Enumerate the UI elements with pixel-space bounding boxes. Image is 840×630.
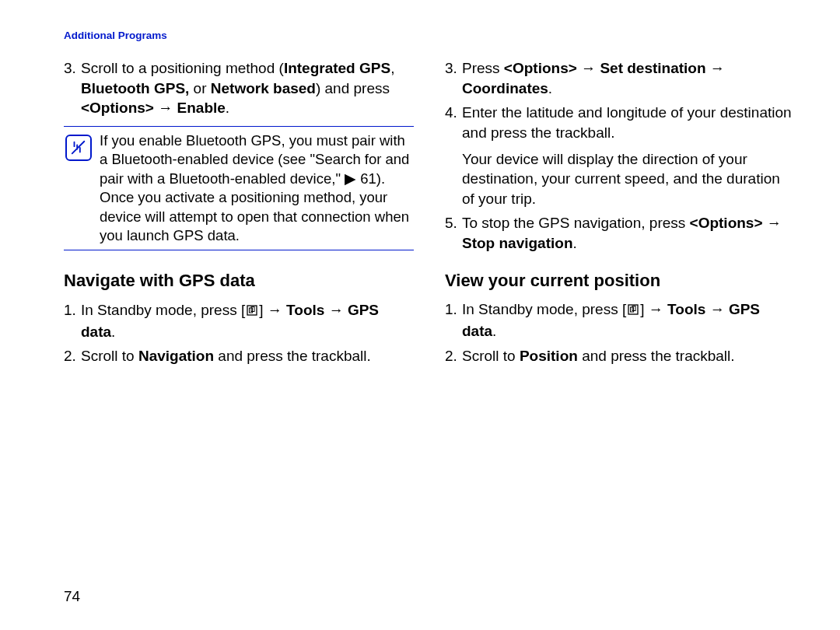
text: ]: [640, 301, 649, 317]
text: ]: [259, 302, 268, 318]
text: Your device will display the direction o…: [462, 149, 795, 209]
step-number: 2.: [445, 346, 462, 366]
bold-enable: Enable: [177, 100, 226, 116]
text: .: [548, 80, 552, 96]
content-columns: 3. Scroll to a positioning method (Integ…: [64, 58, 795, 371]
heading-view-position: View your current position: [445, 269, 795, 292]
bold-tools: Tools: [286, 302, 324, 318]
note-text: If you enable Bluetooth GPS, you must pa…: [100, 131, 412, 245]
text: →: [154, 100, 177, 116]
menu-key-icon: [246, 302, 258, 322]
text: .: [111, 324, 115, 340]
step-number: 4.: [445, 103, 462, 208]
bold-tools: Tools: [667, 301, 705, 317]
page-number: 74: [64, 588, 80, 605]
arrow-icon: →: [767, 215, 782, 231]
step-number: 3.: [445, 58, 462, 98]
step-body: To stop the GPS navigation, press <Optio…: [462, 213, 795, 253]
text: and press the trackball.: [214, 348, 371, 364]
bold-options: <Options>: [81, 100, 154, 116]
step-number: 5.: [445, 213, 462, 253]
nav-step-2: 2. Scroll to Navigation and press the tr…: [64, 346, 414, 366]
right-column: 3. Press <Options> → Set destination → C…: [445, 58, 795, 371]
bold-options: <Options>: [690, 215, 763, 231]
step-body: Scroll to a positioning method (Integrat…: [81, 58, 414, 118]
right-step-4: 4. Enter the latitude and longitude of y…: [445, 103, 795, 208]
arrow-icon: →: [329, 302, 344, 318]
view-step-2: 2. Scroll to Position and press the trac…: [445, 346, 795, 366]
arrow-icon: →: [268, 302, 282, 318]
arrow-icon: →: [649, 301, 663, 317]
menu-key-icon: [627, 301, 639, 321]
step-number: 1.: [64, 300, 81, 341]
text: Scroll to: [81, 348, 138, 364]
text: ,: [390, 60, 394, 76]
text: Press: [462, 60, 504, 76]
triangle-icon: ▶: [345, 170, 356, 187]
step-body: Scroll to Position and press the trackba…: [462, 346, 735, 366]
text: Enter the latitude and longitude of your…: [462, 103, 795, 142]
bold-bluetooth-gps: Bluetooth GPS,: [81, 80, 189, 96]
step-body: Enter the latitude and longitude of your…: [462, 103, 795, 208]
bold-navigation: Navigation: [138, 348, 214, 364]
right-step-5: 5. To stop the GPS navigation, press <Op…: [445, 213, 795, 253]
step-number: 1.: [445, 299, 462, 341]
text: Scroll to: [462, 348, 520, 364]
text: .: [492, 323, 496, 339]
step-body: In Standby mode, press [] → Tools → GPS …: [81, 300, 414, 341]
bold-stop-navigation: Stop navigation: [462, 235, 573, 251]
bold-coordinates: Coordinates: [462, 80, 548, 96]
left-step-3: 3. Scroll to a positioning method (Integ…: [64, 58, 414, 118]
arrow-icon: →: [581, 60, 596, 76]
step-body: Press <Options> → Set destination → Coor…: [462, 58, 795, 98]
note-box: If you enable Bluetooth GPS, you must pa…: [64, 126, 414, 250]
bold-integrated-gps: Integrated GPS: [284, 60, 390, 76]
manual-page: Additional Programs 3. Scroll to a posit…: [0, 0, 840, 630]
section-header: Additional Programs: [64, 30, 795, 41]
text: In Standby mode, press [: [81, 302, 245, 318]
view-step-1: 1. In Standby mode, press [] → Tools → G…: [445, 299, 795, 341]
bold-position: Position: [520, 348, 578, 364]
text: .: [573, 235, 577, 251]
step-body: Scroll to Navigation and press the track…: [81, 346, 371, 366]
step-number: 3.: [64, 58, 81, 118]
text: or: [189, 80, 210, 96]
bold-network-based: Network based: [211, 80, 316, 96]
text: and press the trackball.: [578, 348, 735, 364]
bold-set-destination: Set destination: [600, 60, 705, 76]
text: In Standby mode, press [: [462, 301, 626, 317]
text: .: [226, 100, 229, 116]
step-number: 2.: [64, 346, 81, 366]
arrow-icon: →: [710, 301, 725, 317]
left-column: 3. Scroll to a positioning method (Integ…: [64, 58, 414, 371]
nav-step-1: 1. In Standby mode, press [] → Tools → G…: [64, 300, 414, 341]
text: To stop the GPS navigation, press: [462, 215, 690, 231]
arrow-icon: →: [710, 60, 725, 76]
heading-navigate: Navigate with GPS data: [64, 269, 414, 292]
text: ) and press: [316, 80, 390, 96]
text: Scroll to a positioning method (: [81, 60, 284, 76]
right-step-3: 3. Press <Options> → Set destination → C…: [445, 58, 795, 98]
step-body: In Standby mode, press [] → Tools → GPS …: [462, 299, 795, 341]
note-icon: [65, 135, 92, 161]
bold-options: <Options>: [504, 60, 577, 76]
